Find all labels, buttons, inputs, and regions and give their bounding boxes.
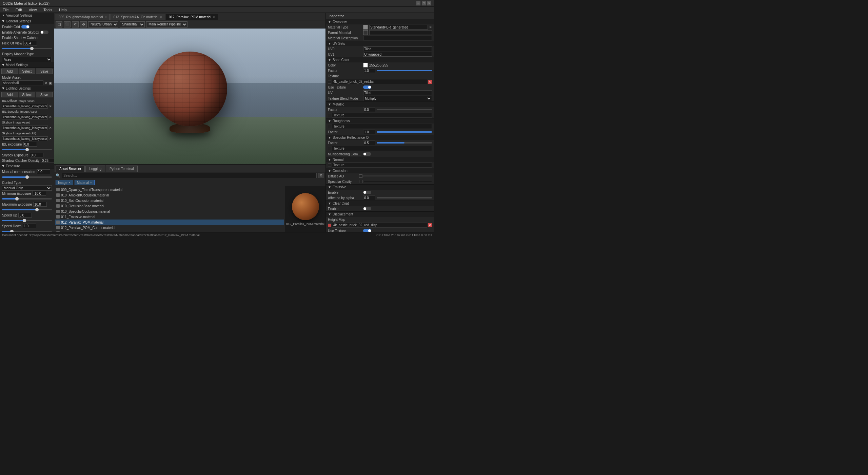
list-item[interactable]: 010_BothOcclusion.material xyxy=(55,198,284,203)
texture-blend-select[interactable]: Multiply xyxy=(363,96,432,101)
tab-specular[interactable]: 013_SpecularAA_On.material ✕ xyxy=(111,14,165,20)
base-color-header[interactable]: ▼ Base Color xyxy=(326,57,434,62)
material-desc-input[interactable] xyxy=(363,36,432,40)
fov-input[interactable] xyxy=(23,41,37,45)
window-controls[interactable]: ─ □ ✕ xyxy=(416,1,431,5)
tag-material[interactable]: Material ✕ xyxy=(75,180,95,185)
skybox-alt-input[interactable] xyxy=(2,136,48,141)
tab-roughness-close[interactable]: ✕ xyxy=(104,16,107,19)
list-item[interactable]: 010_OcclusionBase.material xyxy=(55,203,284,209)
enable-alt-skybox-toggle[interactable] xyxy=(40,31,48,34)
toolbar-btn-4[interactable]: ⚙ xyxy=(80,21,87,27)
use-texture-toggle[interactable] xyxy=(363,86,371,89)
control-type-select[interactable]: Manual Only xyxy=(2,185,52,191)
viewport-settings-header[interactable]: ▼ Viewport Settings xyxy=(0,13,54,18)
uv-val-input[interactable] xyxy=(363,90,432,95)
tab-asset-browser[interactable]: Asset Browser xyxy=(56,166,85,172)
ibl-exposure-input[interactable] xyxy=(23,142,37,147)
tab-python[interactable]: Python Terminal xyxy=(106,166,138,172)
max-exposure-slider[interactable] xyxy=(2,209,52,210)
model-save-button[interactable]: Save xyxy=(36,69,53,74)
pipeline-select[interactable]: Main Render Pipeline xyxy=(146,21,188,27)
emissive-header[interactable]: ▼ Emissive xyxy=(326,185,434,190)
tag-image-close[interactable]: ✕ xyxy=(68,181,71,184)
speed-up-slider[interactable] xyxy=(2,220,52,221)
menu-edit[interactable]: Edit xyxy=(14,8,23,12)
menu-file[interactable]: File xyxy=(1,8,10,12)
menu-help[interactable]: Help xyxy=(58,8,68,12)
list-item[interactable]: 011_Emissive.material xyxy=(55,214,284,220)
search-filter-btn[interactable]: ⚙ xyxy=(318,173,324,178)
uv-sets-header[interactable]: ▼ UV Sets xyxy=(326,41,434,46)
roughness-factor-input[interactable] xyxy=(363,130,375,134)
inspector-overview-header[interactable]: ▼ Overview xyxy=(326,19,434,24)
toolbar-btn-2[interactable]: ⬛ xyxy=(64,21,71,27)
search-input[interactable] xyxy=(62,173,317,178)
metallic-header[interactable]: ▼ Metallic xyxy=(326,102,434,107)
speed-down-input[interactable] xyxy=(23,224,36,228)
texture-clear-btn[interactable]: ✕ xyxy=(428,80,432,84)
model-select-button[interactable]: Select xyxy=(19,69,35,74)
multiscattering-toggle[interactable] xyxy=(363,152,371,156)
skybox-clear[interactable]: ✕ xyxy=(49,126,52,130)
maximize-button[interactable]: □ xyxy=(422,1,426,5)
toolbar-btn-3[interactable]: ↺ xyxy=(72,21,79,27)
list-item[interactable]: 009_Opacity_TintedTransparent.material xyxy=(55,187,284,192)
height-map-use-toggle[interactable] xyxy=(363,229,371,232)
clear-coat-header[interactable]: ▼ Clear Coat xyxy=(326,201,434,206)
material-type-input[interactable] xyxy=(369,25,428,30)
fov-slider[interactable] xyxy=(2,48,52,49)
ibl-exposure-slider[interactable] xyxy=(2,149,52,150)
parent-material-input[interactable] xyxy=(369,30,432,35)
ibl-diffuse-input[interactable] xyxy=(2,104,48,109)
roughness-factor-slider[interactable] xyxy=(377,131,432,133)
base-color-swatch[interactable] xyxy=(363,63,368,68)
specular-header[interactable]: ▼ Specular Reflectance f0 xyxy=(326,135,434,140)
roughness-header[interactable]: ▼ Roughness xyxy=(326,118,434,124)
emissive-enable-toggle[interactable] xyxy=(363,191,371,194)
exposure-header[interactable]: ▼ Exposure xyxy=(0,163,54,169)
base-color-factor-slider[interactable] xyxy=(377,70,432,71)
min-exposure-slider[interactable] xyxy=(2,198,52,200)
specular-factor-slider[interactable] xyxy=(377,142,432,144)
skybox-exposure-input[interactable] xyxy=(30,153,43,157)
list-item[interactable]: 010_SpecularOcclusion.material xyxy=(55,209,284,214)
model-add-button[interactable]: Add xyxy=(1,69,18,74)
env-select[interactable]: Neutral Urban xyxy=(88,21,118,27)
shader-select[interactable]: Shaderball xyxy=(120,21,145,27)
material-type-clear[interactable]: ✕ xyxy=(429,25,432,29)
ibl-specular-clear[interactable]: ✕ xyxy=(49,115,52,119)
shadow-catcher-opacity-input[interactable] xyxy=(41,158,54,163)
specular-factor-input[interactable] xyxy=(363,140,375,145)
emissive-alpha-input[interactable] xyxy=(363,195,375,200)
lighting-select-button[interactable]: Select xyxy=(19,92,35,97)
speed-up-input[interactable] xyxy=(18,213,32,217)
model-asset-browse-btn[interactable]: ▣ xyxy=(49,81,52,85)
model-asset-clear-btn[interactable]: ✕ xyxy=(45,81,47,85)
tab-roughness[interactable]: 005_RoughnessMap.material ✕ xyxy=(56,14,110,20)
metallic-factor-slider[interactable] xyxy=(377,109,432,110)
toolbar-btn-1[interactable]: ◫ xyxy=(56,21,62,27)
minimize-button[interactable]: ─ xyxy=(416,1,420,5)
ibl-diffuse-clear[interactable]: ✕ xyxy=(49,104,52,108)
mapper-select[interactable]: Aces xyxy=(2,57,52,62)
lighting-save-button[interactable]: Save xyxy=(36,92,53,97)
skybox-input[interactable] xyxy=(2,126,48,130)
min-exposure-input[interactable] xyxy=(33,191,46,196)
occlusion-header[interactable]: ▼ Occlusion xyxy=(326,168,434,173)
uv1-input[interactable] xyxy=(363,52,432,57)
tab-parallax-close[interactable]: ✕ xyxy=(213,16,215,19)
normal-header[interactable]: ▼ Normal xyxy=(326,157,434,162)
list-item[interactable]: 010_AmbientOcclusion.material xyxy=(55,192,284,198)
manual-comp-input[interactable] xyxy=(37,169,50,174)
menu-tools[interactable]: Tools xyxy=(42,8,54,12)
emissive-alpha-slider[interactable] xyxy=(377,197,432,198)
enable-grid-toggle[interactable] xyxy=(21,25,29,28)
list-item[interactable]: 012_Parallax_POM_Cutout.material xyxy=(55,225,284,230)
metallic-factor-input[interactable] xyxy=(363,107,375,112)
clear-coat-enable-toggle[interactable] xyxy=(363,207,371,210)
general-settings-header[interactable]: ▼ General Settings xyxy=(0,18,54,24)
tab-parallax[interactable]: 012_Parallax_POM.material ✕ xyxy=(166,14,218,20)
displacement-header[interactable]: ▼ Displacement xyxy=(326,212,434,217)
max-exposure-input[interactable] xyxy=(33,202,47,207)
